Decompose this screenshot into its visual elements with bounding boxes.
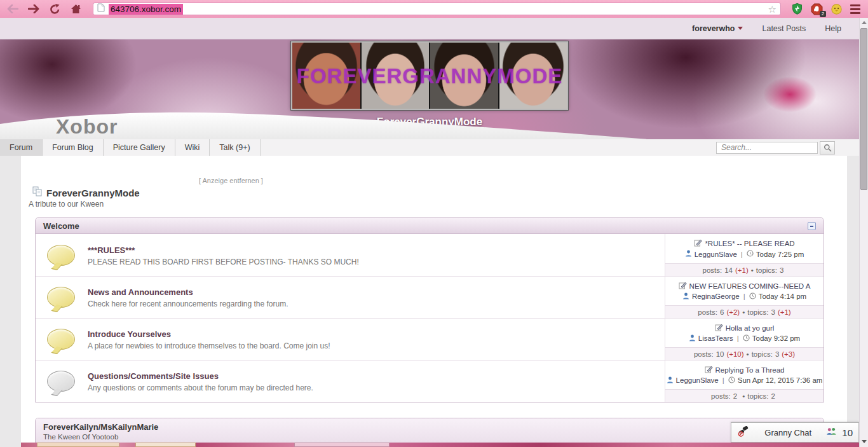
user-icon — [682, 292, 689, 301]
board-header: ForeverGrannyMode — [32, 186, 140, 200]
shield-extension-icon[interactable] — [792, 3, 803, 15]
thumbnail — [135, 443, 196, 447]
scroll-up-arrow[interactable] — [860, 18, 868, 27]
forum-stats: posts:10(+10)•topics:3(+3) — [665, 347, 824, 360]
last-user-link[interactable]: LisasTears — [698, 334, 733, 342]
forum-stats: posts:6(+2)•topics:3(+1) — [665, 305, 824, 318]
banner-face-photo — [429, 43, 498, 109]
speech-bubble-icon — [47, 371, 75, 392]
forward-button[interactable] — [27, 3, 40, 15]
banner-image: FOREVERGRANNYMODE — [291, 41, 568, 110]
last-post-cell: *RULES* -- PLEASE READ LeggunSlave | Tod… — [665, 234, 824, 276]
search-input[interactable] — [716, 142, 818, 154]
forum-row: Questions/Comments/Site Issues Any quest… — [36, 360, 824, 402]
banner-face-photo — [292, 43, 360, 109]
reload-button[interactable] — [48, 3, 61, 15]
scrollbar[interactable] — [859, 18, 868, 447]
category-subtitle: The Kween Of Yootoob — [43, 433, 816, 441]
forum-topbar: foreverwho Latest Posts Help — [0, 18, 859, 39]
user-menu[interactable]: foreverwho — [692, 24, 743, 33]
forum-stats: posts:14(+1)•topics:3 — [665, 263, 824, 276]
forum-row: Introduce Yourselves A place for newbies… — [36, 318, 824, 360]
chat-widget[interactable]: Granny Chat 10 — [731, 422, 859, 443]
last-thread-link[interactable]: *RULES* -- PLEASE READ — [705, 240, 794, 247]
ad-remove-note[interactable]: [ Anzeige entfernen ] — [199, 177, 263, 184]
forum-link[interactable]: Questions/Comments/Site Issues — [88, 371, 219, 381]
speech-bubble-icon — [47, 329, 75, 350]
back-button[interactable] — [6, 3, 19, 15]
search-icon — [824, 144, 832, 152]
last-post-time: Today 9:32 pm — [752, 334, 800, 342]
chick-extension-icon[interactable] — [831, 4, 842, 15]
pages-icon — [32, 186, 43, 200]
compose-icon — [705, 366, 713, 375]
forum-row: News and Announcements Check here for re… — [36, 276, 824, 318]
forum-link[interactable]: Introduce Yourselves — [88, 329, 171, 339]
extension-area: 2 — [792, 3, 860, 15]
clock-icon — [747, 250, 754, 258]
last-post-time: Today 7:25 pm — [756, 251, 804, 258]
tab-picture-gallery[interactable]: Picture Gallery — [104, 139, 175, 156]
tab-wiki[interactable]: Wiki — [175, 139, 210, 156]
compose-icon — [715, 324, 723, 333]
forum-link[interactable]: News and Announcements — [88, 287, 193, 297]
banner-face-photo — [360, 43, 430, 109]
category-title[interactable]: ForeverKailyn/MsKailynMarie — [43, 422, 816, 432]
tab-forum[interactable]: Forum — [0, 139, 43, 156]
forum-link[interactable]: ***RULES*** — [88, 245, 135, 255]
user-icon — [667, 376, 674, 385]
search-button[interactable] — [820, 141, 835, 155]
latest-posts-link[interactable]: Latest Posts — [762, 24, 806, 33]
scroll-down-arrow[interactable] — [860, 437, 868, 446]
board-title[interactable]: ForeverGrannyMode — [46, 188, 140, 198]
category-title[interactable]: Welcome — [43, 221, 79, 231]
chevron-down-icon — [738, 27, 743, 30]
tab-talk[interactable]: Talk (9+) — [210, 139, 260, 156]
speech-bubble-icon — [47, 287, 75, 308]
help-link[interactable]: Help — [825, 24, 841, 33]
user-icon — [689, 334, 696, 343]
home-button[interactable] — [69, 3, 82, 15]
xobor-logo[interactable]: Xobor — [56, 115, 118, 139]
forum-description: Any questions or comments about the foru… — [88, 383, 313, 392]
last-user-link[interactable]: ReginaGeorge — [692, 292, 740, 300]
url-text[interactable]: 643706.xobor.com — [109, 4, 183, 15]
last-post-time: Sun Apr 12, 2015 7:36 am — [738, 376, 823, 384]
last-post-time: Today 4:14 pm — [759, 292, 806, 300]
speech-bubble-icon — [47, 245, 75, 266]
thumbnail — [294, 443, 390, 447]
address-bar[interactable]: 643706.xobor.com ☆ — [93, 3, 781, 15]
last-post-cell: Replying To a Thread LeggunSlave | Sun A… — [665, 361, 824, 402]
browser-window: 643706.xobor.com ☆ 2 foreverwho Latest P… — [0, 0, 868, 447]
chat-disconnected-icon — [737, 426, 750, 439]
last-thread-link[interactable]: NEW FEATURES COMING--NEED A — [689, 282, 811, 290]
menu-button[interactable] — [850, 4, 860, 14]
last-user-link[interactable]: LeggunSlave — [676, 376, 719, 384]
last-thread-link[interactable]: Holla at yo gurl — [726, 324, 775, 332]
forum-row: ***RULES*** PLEASE READ THIS BOARD FIRST… — [36, 234, 824, 276]
last-user-link[interactable]: LeggunSlave — [695, 251, 737, 258]
banner-face-photo — [498, 43, 567, 109]
cutoff-row-strip — [21, 443, 859, 447]
category-header: Welcome — [36, 218, 824, 234]
user-icon — [685, 250, 692, 258]
online-users-icon — [826, 427, 837, 438]
tab-forum-blog[interactable]: Forum Blog — [43, 139, 104, 156]
compose-icon — [694, 239, 702, 248]
bookmark-star-icon[interactable]: ☆ — [768, 4, 776, 14]
site-header: FOREVERGRANNYMODE ForeverGrannyMode A Tr… — [0, 39, 868, 139]
collapse-icon[interactable] — [808, 222, 816, 230]
page-icon — [97, 3, 105, 15]
main-nav: Forum Forum Blog Picture Gallery Wiki Ta… — [0, 139, 868, 156]
adblock-extension-icon[interactable]: 2 — [811, 3, 823, 15]
forum-description: Check here for recent announcements rega… — [88, 299, 288, 308]
extension-badge: 2 — [820, 11, 826, 17]
clock-icon — [743, 334, 750, 343]
last-thread-link[interactable]: Replying To a Thread — [715, 366, 785, 374]
scrollbar-thumb[interactable] — [860, 28, 867, 190]
forum-description: PLEASE READ THIS BOARD FIRST BEFORE POST… — [88, 258, 359, 266]
chat-label: Granny Chat — [755, 428, 821, 437]
clock-icon — [728, 376, 735, 385]
search-area — [716, 139, 835, 156]
clock-icon — [749, 292, 756, 301]
